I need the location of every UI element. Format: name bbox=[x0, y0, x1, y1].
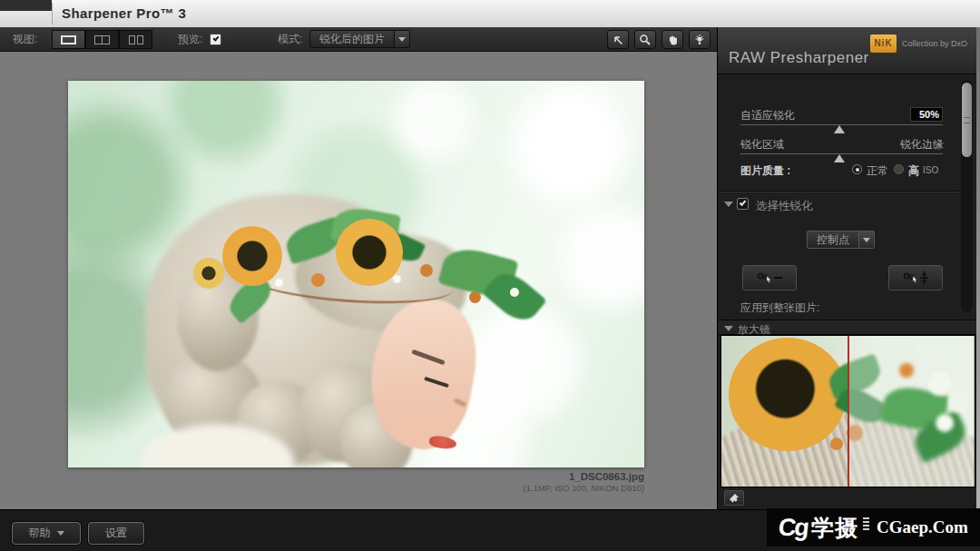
sharpen-areas-label: 锐化区域 bbox=[740, 137, 784, 153]
watermark-domain: CGaep.Com bbox=[877, 517, 968, 537]
check-icon bbox=[740, 199, 747, 206]
control-point-dropdown-value: 控制点 bbox=[808, 231, 858, 248]
view-label: 视图: bbox=[13, 27, 37, 52]
crown-white-bud bbox=[393, 275, 401, 283]
remove-control-point-button[interactable] bbox=[742, 265, 797, 290]
settings-panel: NiK Collection by DxO RAW Presharpener 自… bbox=[717, 27, 980, 509]
quality-high-suffix: ISO bbox=[923, 165, 938, 175]
sharpen-edges-label: 锐化边缘 bbox=[900, 137, 944, 153]
selective-checkbox[interactable] bbox=[737, 198, 749, 210]
panel-scrollbar-thumb[interactable] bbox=[962, 83, 972, 157]
adaptive-sharpen-label: 自适应锐化 bbox=[740, 108, 795, 123]
sunflower bbox=[222, 226, 282, 286]
loupe-white-flower bbox=[928, 372, 952, 396]
window-title: Sharpener Pro™ 3 bbox=[62, 0, 186, 27]
quality-high-iso-radio[interactable] bbox=[894, 164, 904, 174]
chevron-down-icon bbox=[398, 37, 406, 42]
loupe-white-flower bbox=[948, 392, 968, 412]
help-button-label: 帮助 bbox=[29, 526, 51, 541]
footer-bar: 帮助 设置 Cg 学摄 CGaep.Com bbox=[0, 509, 980, 551]
magnifier-icon bbox=[639, 34, 652, 46]
window-edge-strip bbox=[976, 27, 980, 509]
pan-tool-button[interactable] bbox=[662, 30, 683, 49]
crown-white-bud bbox=[275, 279, 283, 287]
help-button[interactable]: 帮助 bbox=[12, 522, 81, 545]
single-view-icon bbox=[61, 35, 76, 44]
mode-label: 模式: bbox=[278, 27, 302, 52]
control-point-dropdown-arrow[interactable] bbox=[858, 231, 874, 248]
section-divider bbox=[718, 191, 980, 192]
preview-checkbox[interactable] bbox=[210, 34, 221, 45]
mode-dropdown-value: 锐化后的图片 bbox=[310, 31, 394, 47]
loupe-collapse-icon[interactable] bbox=[724, 326, 733, 331]
loupe-berry-soft bbox=[899, 363, 914, 378]
control-point-dropdown[interactable]: 控制点 bbox=[807, 231, 875, 249]
area-edge-slider-thumb[interactable] bbox=[834, 154, 845, 162]
control-point-minus-icon bbox=[756, 271, 783, 284]
view-mode-group bbox=[52, 30, 152, 49]
crown-berry bbox=[311, 273, 325, 287]
add-control-point-button[interactable] bbox=[888, 265, 943, 290]
watermark-seal bbox=[863, 517, 869, 537]
lightbulb-icon bbox=[693, 34, 706, 46]
selective-sharpen-title: 选择性锐化 bbox=[756, 199, 813, 214]
view-single-button[interactable] bbox=[52, 30, 85, 49]
selective-collapse-icon[interactable] bbox=[724, 202, 733, 207]
preview-label: 预览: bbox=[178, 27, 202, 52]
mode-dropdown-arrow[interactable] bbox=[394, 31, 409, 47]
panel-header: NiK Collection by DxO RAW Presharpener bbox=[718, 27, 980, 74]
image-filename: 1_DSC0863.jpg bbox=[68, 470, 644, 483]
view-sidebyside-button[interactable] bbox=[119, 30, 152, 49]
panel-scrollbar[interactable] bbox=[961, 80, 973, 312]
image-quality-label: 图片质量 : bbox=[740, 163, 790, 179]
adaptive-sharpen-value[interactable]: 50% bbox=[910, 107, 943, 122]
check-icon bbox=[213, 34, 220, 41]
view-split-button[interactable] bbox=[85, 30, 119, 49]
loupe-pin-button[interactable] bbox=[724, 490, 744, 506]
loupe-section-header[interactable]: 放大镜 bbox=[718, 320, 980, 335]
quality-normal-radio[interactable] bbox=[852, 164, 862, 174]
pin-icon bbox=[729, 493, 740, 504]
control-point-plus-icon bbox=[902, 271, 929, 285]
watermark-cg-logo: Cg bbox=[777, 514, 808, 542]
preview-photo[interactable] bbox=[68, 81, 644, 467]
side-by-side-view-icon bbox=[129, 35, 143, 44]
loupe-sunflower bbox=[729, 338, 847, 451]
watermark-cn-logo: 学摄 bbox=[811, 513, 858, 543]
title-divider bbox=[52, 3, 53, 25]
watermark: Cg 学摄 CGaep.Com bbox=[767, 508, 980, 546]
nik-logo: NiK bbox=[870, 34, 897, 53]
mode-dropdown[interactable]: 锐化后的图片 bbox=[309, 30, 410, 48]
tool-button-group bbox=[607, 30, 710, 49]
small-flower bbox=[193, 258, 224, 289]
select-tool-button[interactable] bbox=[607, 30, 629, 49]
lightbulb-tool-button[interactable] bbox=[689, 30, 710, 49]
loupe-berry bbox=[830, 438, 843, 450]
loupe-compare-divider[interactable] bbox=[848, 336, 849, 487]
hand-icon bbox=[666, 34, 679, 46]
image-caption: 1_DSC0863.jpg (1.1MP, ISO 100, NIKON D81… bbox=[68, 470, 644, 494]
crown-berry bbox=[420, 264, 433, 277]
sharpener-pro-window: Sharpener Pro™ 3 视图: 预览: 模式: 锐化后的图片 bbox=[0, 0, 980, 551]
title-bar: Sharpener Pro™ 3 bbox=[0, 0, 980, 27]
crown-white-bud bbox=[510, 288, 519, 297]
window-corner bbox=[0, 0, 52, 11]
adaptive-slider-thumb[interactable] bbox=[834, 125, 845, 133]
quality-normal-label[interactable]: 正常 bbox=[867, 163, 888, 179]
apply-whole-image-label: 应用到整张图片: bbox=[740, 300, 819, 316]
loupe-preview bbox=[720, 335, 975, 487]
settings-button[interactable]: 设置 bbox=[88, 522, 144, 545]
brand-text: Collection by DxO bbox=[902, 39, 967, 48]
image-metadata: (1.1MP, ISO 100, NIKON D810) bbox=[68, 483, 644, 494]
panel-title: RAW Presharpener bbox=[729, 49, 869, 67]
chevron-down-icon bbox=[863, 238, 870, 242]
chevron-down-icon bbox=[57, 531, 64, 536]
zoom-tool-button[interactable] bbox=[634, 30, 656, 49]
quality-high-label[interactable]: 高 bbox=[908, 163, 919, 179]
settings-button-label: 设置 bbox=[105, 526, 127, 541]
crown-berry bbox=[469, 291, 481, 303]
split-view-icon bbox=[94, 35, 110, 44]
cursor-arrow-icon bbox=[612, 34, 624, 46]
loupe-white-flower bbox=[936, 414, 954, 432]
